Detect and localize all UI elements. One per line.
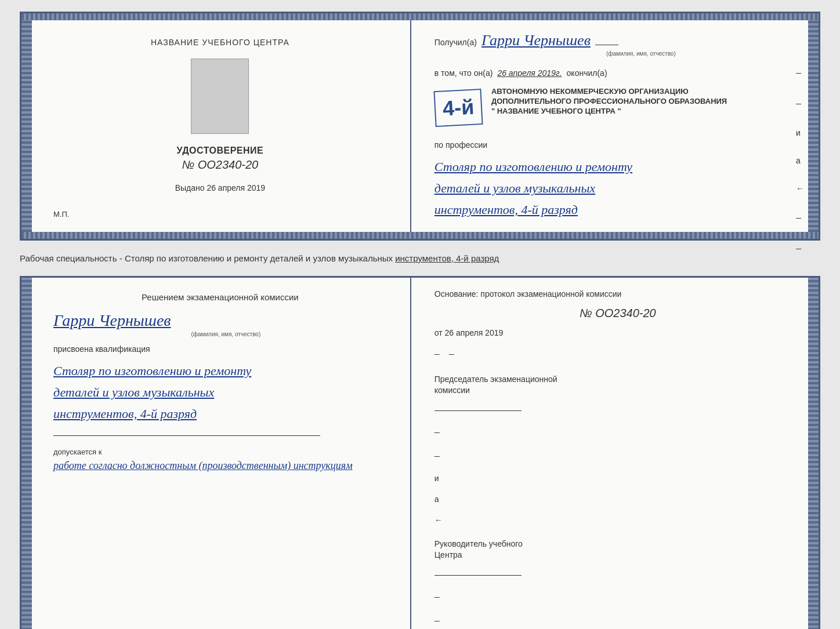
- bottom-person-name: Гарри Чернышев: [53, 311, 387, 330]
- director-block: Руководитель учебного Центра: [435, 539, 801, 578]
- chairman-signature-line: [435, 399, 522, 411]
- qualification-line-1: Столяр по изготовлению и ремонту: [53, 361, 387, 381]
- name-subtitle-top: (фамилия, имя, отчество): [481, 50, 801, 57]
- right-dash-9: –: [435, 615, 801, 627]
- right-dash-3: –: [435, 426, 801, 438]
- date-prefix: от: [435, 328, 443, 337]
- received-label: Получил(а): [435, 38, 477, 47]
- right-dash-6: а: [435, 495, 801, 504]
- school-title: НАЗВАНИЕ УЧЕБНОГО ЦЕНТРА: [151, 38, 289, 47]
- profession-line-1: Столяр по изготовлению и ремонту: [435, 157, 801, 177]
- bottom-number: № OO2340-20: [435, 307, 801, 320]
- dash-2: –: [796, 97, 804, 110]
- director-label-2: Центра: [435, 550, 462, 559]
- qualification-line-3: инструментов, 4-й разряд: [53, 403, 387, 424]
- bottom-right-panel: Основание: протокол экзаменационной коми…: [411, 278, 819, 629]
- chairman-label: Председатель экзаменационной комиссии: [435, 374, 801, 397]
- right-dash-5: и: [435, 474, 801, 483]
- profession-label: по профессии: [435, 140, 801, 150]
- dash-4: а: [796, 156, 804, 165]
- chairman-label-1: Председатель экзаменационной: [435, 375, 557, 384]
- bottom-date: от 26 апреля 2019: [435, 328, 801, 337]
- allowed-text: работе согласно должностным (производств…: [53, 460, 353, 472]
- bottom-right-strip: [808, 278, 819, 629]
- fact-intro: в том, что он(а): [435, 68, 493, 78]
- right-dash-2: –: [449, 348, 454, 360]
- dash-5: ←: [796, 184, 804, 193]
- basis-title: Основание: протокол экзаменационной коми…: [435, 289, 801, 299]
- right-decorative-strip: [808, 20, 819, 232]
- recipient-name: Гарри Чернышев: [481, 32, 591, 49]
- separator-line: [53, 435, 320, 436]
- fact-finished: окончил(а): [567, 68, 607, 78]
- right-dash-4: –: [435, 450, 801, 462]
- border-bottom-strip-top: [21, 232, 819, 239]
- grade-stamp: 4-й: [433, 89, 483, 127]
- right-dash-7: ←: [435, 515, 801, 525]
- top-right-panel: Получил(а) Гарри Чернышев (фамилия, имя,…: [411, 20, 819, 232]
- photo-area: [191, 59, 249, 134]
- bottom-left-strip: [21, 278, 32, 629]
- fact-date: 26 апреля 2019г.: [497, 68, 562, 78]
- border-top-strip: [21, 13, 819, 20]
- director-label: Руководитель учебного Центра: [435, 539, 801, 561]
- right-dash-1: –: [435, 348, 440, 360]
- dash-7: –: [796, 242, 804, 254]
- left-decorative-strip: [21, 20, 32, 232]
- org-line-3: " НАЗВАНИЕ УЧЕБНОГО ЦЕНТРА ": [491, 107, 727, 115]
- issued-line: Выдано 26 апреля 2019: [175, 183, 266, 192]
- chairman-label-2: комиссии: [435, 386, 470, 395]
- date-value: 26 апреля 2019: [445, 328, 504, 337]
- between-text-underline: инструментов, 4-й разряд: [395, 253, 499, 263]
- org-line-2: ДОПОЛНИТЕЛЬНОГО ПРОФЕССИОНАЛЬНОГО ОБРАЗО…: [491, 97, 727, 106]
- dash-3: и: [796, 128, 804, 137]
- chairman-block: Председатель экзаменационной комиссии: [435, 374, 801, 413]
- profession-line-3: инструментов, 4-й разряд: [435, 199, 801, 220]
- cert-label: УДОСТОВЕРЕНИЕ: [177, 146, 264, 156]
- between-text-area: Рабочая специальность - Столяр по изгото…: [20, 250, 820, 267]
- allowed-label: допускается к: [53, 448, 102, 456]
- issued-label: Выдано: [175, 183, 205, 192]
- assigned-label: присвоена квалификация: [53, 344, 387, 354]
- qualification-line-2: деталей и узлов музыкальных: [53, 382, 387, 402]
- stamp-number: 4-й: [442, 95, 475, 121]
- between-text-content: Рабочая специальность - Столяр по изгото…: [20, 253, 499, 263]
- bottom-left-panel: Решением экзаменационной комиссии Гарри …: [21, 278, 411, 629]
- mp-label: М.П.: [53, 210, 69, 219]
- director-label-1: Руководитель учебного: [435, 539, 523, 548]
- top-document: НАЗВАНИЕ УЧЕБНОГО ЦЕНТРА УДОСТОВЕРЕНИЕ №…: [20, 12, 820, 241]
- top-left-panel: НАЗВАНИЕ УЧЕБНОГО ЦЕНТРА УДОСТОВЕРЕНИЕ №…: [21, 20, 411, 232]
- cert-number: № OO2340-20: [182, 158, 259, 172]
- bottom-name-subtitle: (фамилия, имя, отчество): [65, 331, 387, 337]
- dash-6: –: [796, 212, 804, 224]
- org-line-1: АВТОНОМНУЮ НЕКОММЕРЧЕСКУЮ ОРГАНИЗАЦИЮ: [491, 87, 727, 96]
- bottom-document: Решением экзаменационной комиссии Гарри …: [20, 276, 820, 629]
- dash-1: –: [796, 67, 804, 79]
- profession-line-2: деталей и узлов музыкальных: [435, 178, 801, 198]
- decision-title: Решением экзаменационной комиссии: [53, 292, 387, 302]
- right-dash-8: –: [435, 591, 801, 603]
- issued-date: 26 апреля 2019: [207, 183, 265, 192]
- director-signature-line: [435, 564, 522, 576]
